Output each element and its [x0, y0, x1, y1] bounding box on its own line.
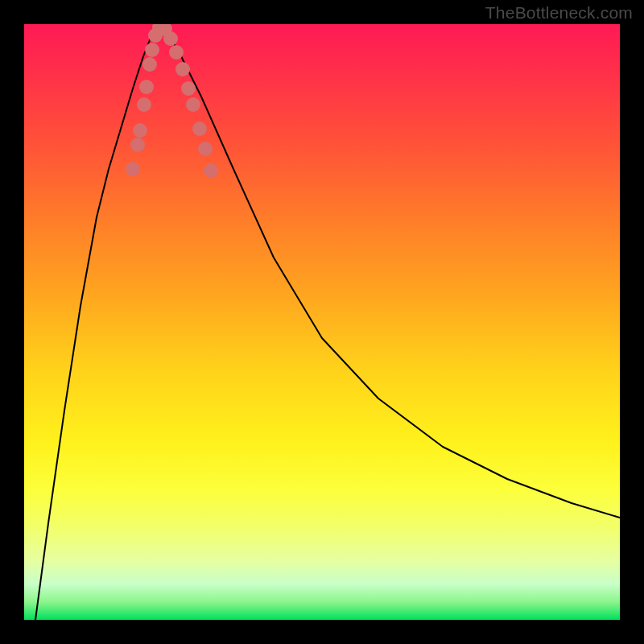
curve-group	[35, 24, 620, 620]
chart-svg	[24, 24, 620, 620]
outer-frame: TheBottleneck.com	[0, 0, 644, 644]
curve-right-branch	[159, 24, 620, 518]
scatter-point	[186, 97, 200, 112]
scatter-point	[175, 62, 190, 76]
scatter-point	[169, 45, 184, 60]
scatter-point	[142, 57, 157, 72]
scatter-point	[145, 43, 159, 57]
plot-area	[24, 24, 620, 620]
scatter-point	[130, 138, 145, 152]
watermark-text: TheBottleneck.com	[485, 3, 633, 23]
scatter-point	[163, 31, 178, 46]
scatter-point	[192, 122, 207, 136]
scatter-point	[198, 142, 213, 156]
scatter-point	[126, 162, 140, 176]
scatter-point	[137, 97, 151, 112]
scatter-point	[139, 80, 154, 94]
scatter-point	[204, 163, 218, 178]
marker-group	[126, 24, 218, 178]
curve-left-branch	[35, 24, 159, 620]
scatter-point	[133, 123, 147, 138]
scatter-point	[181, 81, 196, 96]
